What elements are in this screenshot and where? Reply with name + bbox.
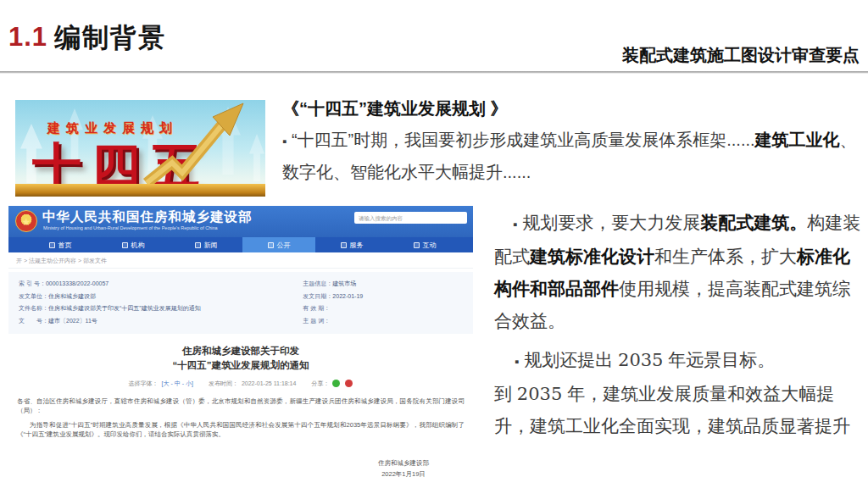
site-name-english: Ministry of Housing and Urban-Rural Deve… bbox=[43, 225, 218, 230]
nav-item-interaction[interactable]: 互动 bbox=[388, 237, 461, 252]
promo-image: 建筑业发展规划 十四五 bbox=[15, 100, 265, 197]
nav-item-disclosure[interactable]: 公开 bbox=[242, 237, 315, 252]
share-label: 分享： bbox=[311, 380, 329, 388]
news-icon bbox=[195, 242, 201, 248]
info-row: 索 引 号：000013338/2022-00057 bbox=[19, 280, 303, 288]
info-row: 有 效 期： bbox=[303, 304, 463, 313]
goals-detail-text: 到 2035 年，建筑业发展质量和效益大幅提升，建筑工业化全面实现，建筑品质显著… bbox=[494, 378, 862, 442]
publish-time: 2022-01-25 11:18:14 bbox=[242, 380, 296, 386]
content-block-plan: 《“十四五”建筑业发展规划 》 ▪ “十四五”时期，我国要初步形成建筑业高质量发… bbox=[282, 93, 864, 188]
up-arrow-decoration bbox=[249, 134, 264, 181]
requirements-bullet-text: ▪ 规划要求，要大力发展装配式建筑。构建装配式建筑标准化设计和生产体系，扩大标准… bbox=[494, 207, 862, 337]
slide: 1.1 编制背景 装配式建筑施工图设计审查要点 建筑业发展规划 十四五 ★ 中华… bbox=[0, 0, 868, 488]
site-banner: ★ 中华人民共和国住房和城乡建设部 Ministry of Housing an… bbox=[8, 206, 473, 237]
content-block-requirements: ▪ 规划要求，要大力发展装配式建筑。构建装配式建筑标准化设计和生产体系，扩大标准… bbox=[494, 207, 862, 337]
article-meta: 选择字体： [大 - 中 - 小] 发布时间： 2022-01-25 11:18… bbox=[8, 380, 473, 388]
font-size-label: 选择字体： bbox=[129, 380, 159, 388]
info-row: 发文单位：住房和城乡建设部 bbox=[19, 292, 303, 301]
header-divider bbox=[0, 71, 868, 74]
info-row: 发文日期：2022-01-19 bbox=[303, 292, 463, 301]
font-size-selector[interactable]: [大 - 中 - 小] bbox=[162, 380, 193, 388]
article-paragraph: 为指导和促进“十四五”时期建筑业高质量发展，根据《中华人民共和国国民经济和社会发… bbox=[17, 420, 465, 440]
info-row: 文件名称：住房和城乡建设部关于印发“十四五”建筑业发展规划的通知 bbox=[19, 304, 303, 313]
document-subtitle: 装配式建筑施工图设计审查要点 bbox=[622, 44, 860, 67]
info-row: 主题信息：建筑市场 bbox=[303, 280, 463, 288]
nav-item-service[interactable]: 服务 bbox=[315, 237, 388, 252]
plan-heading: 《“十四五”建筑业发展规划 》 bbox=[282, 93, 864, 125]
content-block-2035-goals: ▪ 规划还提出 2035 年远景目标。 到 2035 年，建筑业发展质量和效益大… bbox=[494, 344, 862, 442]
breadcrumb[interactable]: 开 > 法规主动公开内容 > 部发文件 bbox=[8, 252, 473, 269]
service-icon bbox=[341, 242, 347, 248]
nav-item-home[interactable]: 首页 bbox=[24, 237, 97, 252]
document-icon bbox=[268, 242, 274, 248]
nav-item-news[interactable]: 新闻 bbox=[170, 237, 242, 252]
mohurd-website-screenshot: ★ 中华人民共和国住房和城乡建设部 Ministry of Housing an… bbox=[8, 206, 473, 488]
info-row: 文 号：建市〔2022〕11号 bbox=[19, 317, 303, 325]
promo-ground bbox=[15, 184, 265, 197]
weibo-share-icon[interactable] bbox=[345, 380, 353, 387]
interaction-icon bbox=[414, 242, 420, 248]
article-title: 住房和城乡建设部关于印发 “十四五”建筑业发展规划的通知 bbox=[8, 344, 473, 373]
wechat-share-icon[interactable] bbox=[332, 380, 340, 387]
growth-arrow-icon bbox=[140, 102, 250, 186]
document-info-panel: 索 引 号：000013338/2022-00057 发文单位：住房和城乡建设部… bbox=[8, 272, 473, 334]
article-paragraph: 各省、自治区住房和城乡建设厅，直辖市住房和城乡建设（管）委，北京市规划和自然资源… bbox=[17, 396, 465, 416]
organization-icon bbox=[122, 242, 128, 248]
publish-time-label: 发布时间： bbox=[209, 380, 238, 388]
page-title: 编制背景 bbox=[54, 20, 166, 56]
section-number: 1.1 bbox=[8, 22, 47, 53]
site-name: 中华人民共和国住房和城乡建设部 bbox=[42, 208, 253, 226]
search-input[interactable] bbox=[354, 212, 467, 224]
article-signature: 住房和城乡建设部 2022年1月19日 bbox=[378, 458, 429, 480]
article-body: 各省、自治区住房和城乡建设厅，直辖市住房和城乡建设（管）委，北京市规划和自然资源… bbox=[8, 396, 473, 440]
nav-item-org[interactable]: 机构 bbox=[97, 237, 170, 252]
national-emblem-icon: ★ bbox=[15, 210, 37, 232]
goals-bullet-text: ▪ 规划还提出 2035 年远景目标。 bbox=[494, 344, 862, 378]
plan-bullet-text: ▪ “十四五”时期，我国要初步形成建筑业高质量发展体系框架......建筑工业化… bbox=[282, 125, 864, 188]
site-navbar: 首页 机构 新闻 公开 服务 互动 bbox=[8, 237, 473, 252]
info-row: 主 题 词： bbox=[303, 317, 463, 325]
nav-item-special[interactable]: 专题 bbox=[461, 237, 473, 252]
home-icon bbox=[49, 242, 55, 248]
